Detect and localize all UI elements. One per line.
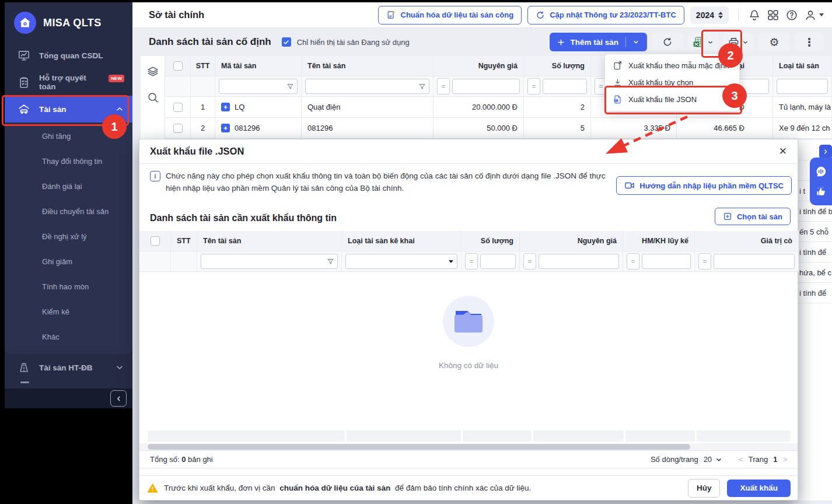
add-asset-button[interactable]: Thêm tài sản <box>550 33 647 51</box>
layers-icon[interactable] <box>146 65 159 78</box>
export-excel-button[interactable] <box>688 33 719 51</box>
only-in-use-checkbox[interactable] <box>282 37 291 47</box>
refresh-icon <box>536 10 545 20</box>
submenu-item-dieu-chuyen[interactable]: Điều chuyển tài sản <box>5 199 132 224</box>
next-page-button[interactable]: > <box>782 455 787 464</box>
row-checkbox[interactable] <box>173 124 183 133</box>
more-options-button[interactable]: ⋮ <box>795 33 824 51</box>
submenu-item-thay-doi[interactable]: Thay đổi thông tin <box>5 149 132 174</box>
filter-code-input[interactable] <box>219 79 298 94</box>
warning-icon <box>146 482 159 494</box>
sidebar-collapse-button[interactable] <box>110 390 127 407</box>
col-header-code[interactable]: Mã tài sản <box>215 56 302 76</box>
export-button[interactable]: Xuất khẩu <box>727 480 791 497</box>
info-icon: i <box>150 171 160 181</box>
sidebar-item-assets[interactable]: Tài sản <box>5 96 132 123</box>
reload-button[interactable] <box>652 33 683 51</box>
menu-item-export-default[interactable]: Xuất khẩu theo mẫu mặc định <box>605 57 739 74</box>
funnel-icon[interactable] <box>418 83 426 90</box>
expand-row-icon[interactable]: + <box>221 124 230 132</box>
cancel-button[interactable]: Hủy <box>688 479 721 498</box>
filter-type-select[interactable] <box>345 254 457 269</box>
col-header-type[interactable]: Loại tài sản kê khai <box>342 231 462 251</box>
filter-qty-input[interactable] <box>543 79 587 94</box>
update-circular-button[interactable]: Cập nhật Thông tư 23/2023/TT-BTC <box>527 6 684 24</box>
search-icon[interactable] <box>146 91 159 104</box>
expand-row-icon[interactable]: + <box>221 103 230 111</box>
select-all-checkbox[interactable] <box>151 236 160 246</box>
filter-name-input[interactable] <box>305 79 429 94</box>
caret-down-icon[interactable] <box>707 38 714 46</box>
per-page-select[interactable]: 20 <box>704 455 722 464</box>
col-header-type[interactable]: Loại tài sản <box>773 56 832 76</box>
help-icon[interactable] <box>785 9 798 22</box>
settings-button[interactable]: ⚙ <box>758 33 790 51</box>
modal-titlebar: Xuất khẩu file .JSON ✕ <box>139 139 798 164</box>
filter-type-input[interactable] <box>777 79 828 94</box>
modal-action-bar: Trước khi xuất khẩu, đơn vị cần chuẩn hó… <box>139 475 798 500</box>
doc-star-icon <box>386 10 396 20</box>
funnel-icon[interactable] <box>327 258 334 265</box>
print-button[interactable] <box>723 33 754 51</box>
bell-icon[interactable] <box>748 9 761 22</box>
col-header-cost[interactable]: Nguyên giá <box>520 231 623 251</box>
col-header-hm[interactable]: HM/KH lũy kế <box>623 231 695 251</box>
col-header-remain[interactable]: Giá trị cò <box>695 231 799 251</box>
submenu-item-kiem-ke[interactable]: Kiểm kê <box>5 299 132 324</box>
col-header-qty[interactable]: Số lượng <box>524 56 591 76</box>
filter-remain-input[interactable] <box>714 254 795 269</box>
filter-cost-input[interactable] <box>452 79 520 94</box>
close-icon[interactable]: ✕ <box>779 145 787 158</box>
select-all-checkbox[interactable] <box>173 61 183 71</box>
rate-thumbs-up-icon[interactable] <box>814 185 827 198</box>
sidebar-item-overview[interactable]: Tổng quan CSDL <box>5 42 132 69</box>
choose-assets-button[interactable]: Chọn tài sản <box>715 208 791 225</box>
scrollbar-thumb[interactable] <box>148 444 690 450</box>
filter-operator[interactable]: = <box>698 253 711 270</box>
filter-operator[interactable]: = <box>627 253 639 270</box>
user-menu[interactable] <box>804 9 824 22</box>
filter-cost-input[interactable] <box>539 254 619 269</box>
standardize-data-button[interactable]: Chuẩn hóa dữ liệu tài sản công <box>378 6 522 24</box>
col-header-stt[interactable]: STT <box>191 56 215 76</box>
menu-item-export-custom[interactable]: Xuất khẩu tùy chọn <box>605 74 739 91</box>
col-header-cost[interactable]: Nguyên giá <box>434 56 524 76</box>
prev-page-button[interactable]: < <box>739 455 743 464</box>
sidebar-item-assets-htdb[interactable]: Tài sản HT-ĐB <box>5 354 132 381</box>
menu-item-export-json[interactable]: Xuất khẩu file JSON <box>605 91 739 108</box>
col-header-name[interactable]: Tên tài sản <box>302 56 434 76</box>
filter-operator[interactable]: = <box>465 253 478 270</box>
year-stepper-icon[interactable] <box>718 12 723 19</box>
caret-down-icon[interactable] <box>742 38 749 46</box>
filter-qty-input[interactable] <box>480 254 516 269</box>
submenu-item-de-nghi[interactable]: Đề nghị xử lý <box>5 224 132 249</box>
cell-qty: 5 <box>524 118 591 139</box>
chat-voice-icon[interactable] <box>814 165 827 178</box>
submenu-item-ghi-tang[interactable]: Ghi tăng <box>5 124 132 149</box>
filter-name-input[interactable] <box>201 254 338 269</box>
json-file-icon <box>613 94 623 104</box>
guide-button[interactable]: Hướng dẫn nhập liệu phần mềm QLTSC <box>616 176 792 195</box>
row-checkbox[interactable] <box>173 103 183 112</box>
modal-title: Xuất khẩu file .JSON <box>150 146 244 157</box>
filter-operator[interactable]: = <box>523 253 536 270</box>
submenu-item-khac[interactable]: Khác <box>5 324 132 349</box>
col-header-stt[interactable]: STT <box>171 231 197 251</box>
apps-grid-icon[interactable] <box>767 9 779 22</box>
col-header-name[interactable]: Tên tài sản <box>197 231 342 251</box>
table-row <box>165 118 191 139</box>
submenu-item-danh-gia[interactable]: Đánh giá lại <box>5 174 132 199</box>
sidebar-item-settlement[interactable]: Hỗ trợ quyết toán NEW <box>5 69 132 96</box>
cell-cost: 20.000.000 Đ <box>434 97 524 118</box>
funnel-icon[interactable] <box>286 83 294 90</box>
caret-down-icon[interactable] <box>626 38 646 46</box>
filter-hm-input[interactable] <box>642 254 691 269</box>
printer-icon <box>728 37 739 48</box>
filter-operator[interactable]: = <box>527 78 540 94</box>
fiscal-year-selector[interactable]: 2024 <box>690 6 729 24</box>
col-header-qty[interactable]: Số lượng <box>462 231 520 251</box>
submenu-item-ghi-giam[interactable]: Ghi giảm <box>5 249 132 274</box>
submenu-item-tinh-hao-mon[interactable]: Tính hao mòn <box>5 274 132 299</box>
filter-operator[interactable]: = <box>437 78 450 94</box>
widget-expand-tab[interactable] <box>819 145 832 159</box>
